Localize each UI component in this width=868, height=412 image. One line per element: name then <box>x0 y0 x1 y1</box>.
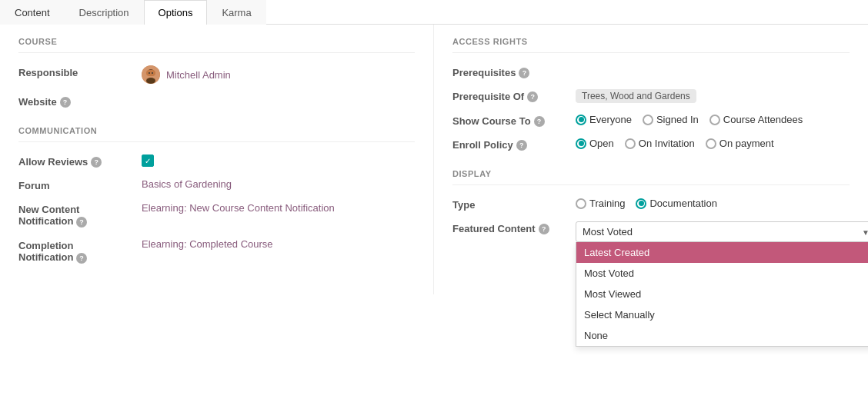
featured-content-dropdown-menu: Latest Created Most Voted Most Viewed Se… <box>576 242 868 347</box>
svg-point-2 <box>146 78 155 84</box>
tab-karma[interactable]: Karma <box>207 0 265 25</box>
allow-reviews-label: Allow Reviews ? <box>18 154 142 168</box>
prerequisite-of-label: Prerequisite Of ? <box>452 89 576 102</box>
new-content-notification-label: New Content Notification ? <box>18 202 142 228</box>
forum-value: Basics of Gardening <box>142 178 415 190</box>
allow-reviews-checkbox[interactable]: ✓ <box>142 154 154 167</box>
featured-content-select[interactable]: Most Voted <box>576 221 868 242</box>
allow-reviews-value: ✓ <box>142 154 415 167</box>
type-training-label: Training <box>589 198 625 209</box>
responsible-name[interactable]: Mitchell Admin <box>166 69 231 81</box>
prerequisite-of-help-icon: ? <box>527 91 538 102</box>
enroll-open-option[interactable]: Open <box>576 138 614 149</box>
show-course-everyone-radio[interactable] <box>576 115 586 125</box>
enroll-invitation-label: On Invitation <box>639 138 695 149</box>
new-content-help-icon: ? <box>76 217 87 228</box>
prerequisites-help-icon: ? <box>519 68 529 78</box>
show-course-everyone-option[interactable]: Everyone <box>576 114 632 125</box>
show-course-attendees-label: Course Attendees <box>723 114 803 125</box>
type-radio-group: Training Documentation <box>576 198 717 209</box>
enroll-invitation-radio[interactable] <box>625 138 636 149</box>
show-course-attendees-radio[interactable] <box>709 115 720 125</box>
show-course-to-label: Show Course To ? <box>452 114 576 127</box>
new-content-link[interactable]: Elearning: New Course Content Notificati… <box>142 202 335 214</box>
show-course-signed-in-label: Signed In <box>656 114 699 125</box>
prerequisite-of-field: Prerequisite Of ? Trees, Wood and Garden… <box>452 89 850 103</box>
forum-label: Forum <box>18 178 142 191</box>
type-documentation-radio[interactable] <box>636 198 646 209</box>
right-panel: ACCESS RIGHTS Prerequisites ? Prerequisi… <box>434 25 868 294</box>
forum-link[interactable]: Basics of Gardening <box>142 178 232 190</box>
tab-content[interactable]: Content <box>0 0 65 25</box>
svg-point-4 <box>149 72 150 74</box>
show-course-everyone-label: Everyone <box>589 114 632 125</box>
show-course-signed-in-radio[interactable] <box>643 115 653 125</box>
type-options: Training Documentation <box>576 198 850 209</box>
type-documentation-option[interactable]: Documentation <box>636 198 716 209</box>
svg-point-5 <box>152 72 153 74</box>
enroll-policy-radio-group: Open On Invitation On payment <box>576 138 774 149</box>
enroll-policy-options: Open On Invitation On payment <box>576 138 850 149</box>
enroll-policy-label: Enroll Policy ? <box>452 138 576 151</box>
website-help-icon: ? <box>60 97 71 108</box>
tab-options[interactable]: Options <box>144 0 208 25</box>
show-course-to-field: Show Course To ? Everyone Signed In <box>452 114 850 127</box>
enroll-open-label: Open <box>589 138 614 149</box>
enroll-open-radio[interactable] <box>576 138 586 149</box>
communication-section-title: COMMUNICATION <box>18 126 415 142</box>
tab-bar: Content Description Options Karma <box>0 0 868 25</box>
show-course-to-options: Everyone Signed In Course Attendees <box>576 114 850 125</box>
tab-description[interactable]: Description <box>65 0 144 25</box>
communication-section: COMMUNICATION Allow Reviews ? ✓ Forum <box>18 126 415 264</box>
dropdown-item-latest-created[interactable]: Latest Created <box>576 242 868 263</box>
type-documentation-label: Documentation <box>649 198 716 209</box>
show-course-to-help-icon: ? <box>534 116 545 127</box>
completion-notification-value: Elearning: Completed Course <box>142 238 415 250</box>
featured-content-field: Featured Content ? Most Voted ▼ Latest C… <box>452 221 850 242</box>
responsible-field: Responsible <box>18 65 415 84</box>
responsible-value: Mitchell Admin <box>142 65 415 84</box>
completion-notification-label: Completion Notification ? <box>18 238 142 264</box>
avatar <box>142 65 160 84</box>
featured-content-select-wrapper: Most Voted ▼ Latest Created Most Voted M… <box>576 221 868 242</box>
type-training-option[interactable]: Training <box>576 198 625 209</box>
forum-field: Forum Basics of Gardening <box>18 178 415 191</box>
completion-link[interactable]: Elearning: Completed Course <box>142 238 273 250</box>
featured-content-help-icon: ? <box>539 224 549 234</box>
completion-help-icon: ? <box>76 253 87 264</box>
enroll-invitation-option[interactable]: On Invitation <box>625 138 695 149</box>
new-content-notification-field: New Content Notification ? Elearning: Ne… <box>18 202 415 228</box>
featured-content-value: Most Voted ▼ Latest Created Most Voted M… <box>576 221 868 242</box>
dropdown-item-most-voted[interactable]: Most Voted <box>576 263 868 284</box>
type-field: Type Training Documentation <box>452 198 850 211</box>
dropdown-item-none[interactable]: None <box>576 325 868 346</box>
enroll-payment-label: On payment <box>719 138 774 149</box>
dropdown-item-select-manually[interactable]: Select Manually <box>576 304 868 325</box>
access-rights-section: ACCESS RIGHTS Prerequisites ? Prerequisi… <box>452 37 850 151</box>
course-section-title: COURSE <box>18 37 415 53</box>
dropdown-item-most-viewed[interactable]: Most Viewed <box>576 284 868 304</box>
enroll-policy-help-icon: ? <box>516 140 527 151</box>
enroll-payment-option[interactable]: On payment <box>706 138 774 149</box>
enroll-policy-field: Enroll Policy ? Open On Invitation <box>452 138 850 151</box>
website-label: Website ? <box>18 95 142 108</box>
type-training-radio[interactable] <box>576 198 586 209</box>
show-course-to-radio-group: Everyone Signed In Course Attendees <box>576 114 803 125</box>
prerequisites-label: Prerequisites ? <box>452 65 576 78</box>
website-field: Website ? <box>18 95 415 108</box>
responsible-label: Responsible <box>18 65 142 78</box>
type-label: Type <box>452 198 576 211</box>
left-panel: COURSE Responsible <box>0 25 434 294</box>
access-rights-section-title: ACCESS RIGHTS <box>452 37 850 53</box>
show-course-attendees-option[interactable]: Course Attendees <box>709 114 803 125</box>
completion-notification-field: Completion Notification ? Elearning: Com… <box>18 238 415 264</box>
allow-reviews-help-icon: ? <box>91 157 102 168</box>
new-content-notification-value: Elearning: New Course Content Notificati… <box>142 202 415 214</box>
main-content: COURSE Responsible <box>0 25 868 294</box>
show-course-signed-in-option[interactable]: Signed In <box>643 114 699 125</box>
prerequisite-of-badge: Trees, Wood and Gardens <box>576 89 696 103</box>
allow-reviews-field: Allow Reviews ? ✓ <box>18 154 415 168</box>
prerequisite-of-value: Trees, Wood and Gardens <box>576 89 850 103</box>
enroll-payment-radio[interactable] <box>706 138 716 149</box>
display-section-title: DISPLAY <box>452 169 850 185</box>
